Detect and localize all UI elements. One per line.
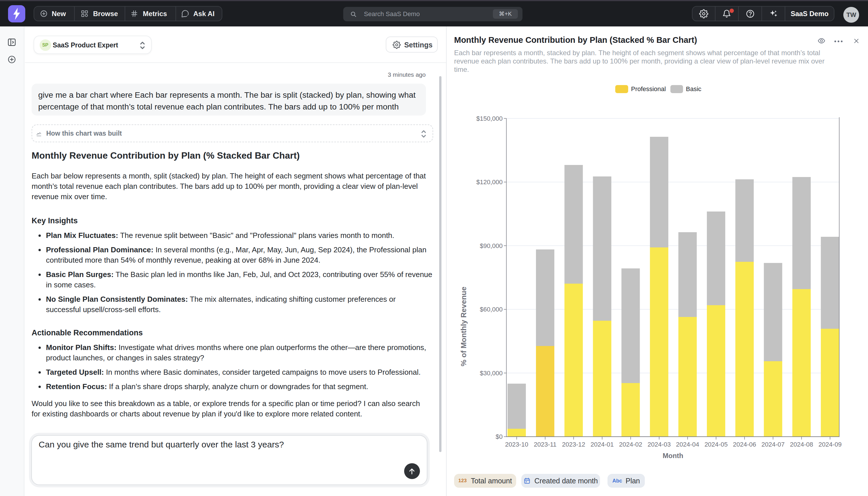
svg-text:$120,000: $120,000 [476, 179, 503, 186]
svg-text:% of Monthly Revenue: % of Monthly Revenue [459, 286, 468, 366]
svg-text:$0: $0 [496, 433, 503, 440]
svg-text:$150,000: $150,000 [476, 115, 503, 122]
svg-text:2024-03: 2024-03 [647, 441, 671, 448]
svg-text:2023-10: 2023-10 [505, 441, 528, 448]
svg-text:$90,000: $90,000 [480, 242, 503, 249]
svg-text:$30,000: $30,000 [480, 370, 503, 377]
svg-text:2024-04: 2024-04 [676, 441, 699, 448]
svg-text:$60,000: $60,000 [480, 306, 503, 313]
svg-text:2024-01: 2024-01 [591, 441, 614, 448]
svg-text:2023-12: 2023-12 [562, 441, 585, 448]
svg-text:2024-02: 2024-02 [619, 441, 642, 448]
svg-text:Month: Month [663, 452, 683, 460]
svg-text:2024-07: 2024-07 [761, 441, 785, 448]
svg-text:2024-08: 2024-08 [790, 441, 813, 448]
svg-text:2024-06: 2024-06 [733, 441, 756, 448]
svg-text:2024-09: 2024-09 [818, 441, 841, 448]
svg-text:2023-11: 2023-11 [534, 441, 556, 448]
svg-text:2024-05: 2024-05 [705, 441, 728, 448]
